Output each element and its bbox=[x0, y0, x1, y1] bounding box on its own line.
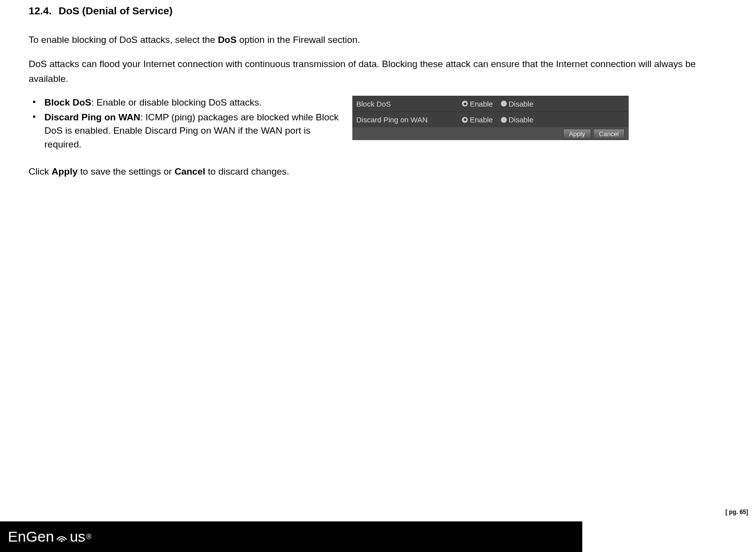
intro-paragraph: To enable blocking of DoS attacks, selec… bbox=[29, 33, 731, 47]
settings-panel-screenshot: Block DoS Enable Disable Discard Ping on… bbox=[352, 96, 629, 140]
description-paragraph: DoS attacks can flood your Internet conn… bbox=[29, 57, 731, 86]
radio-disable[interactable]: Disable bbox=[501, 115, 533, 124]
bullet-term: Discard Ping on WAN bbox=[44, 112, 140, 122]
radio-group-block-dos: Enable Disable bbox=[462, 100, 533, 108]
list-item: Discard Ping on WAN: ICMP (ping) package… bbox=[43, 110, 342, 151]
radio-enable[interactable]: Enable bbox=[462, 100, 493, 108]
section-heading: 12.4.DoS (Denial of Service) bbox=[29, 5, 731, 17]
radio-enable[interactable]: Enable bbox=[462, 115, 493, 124]
left-column: Block DoS: Enable or disable blocking Do… bbox=[29, 96, 342, 188]
radio-icon bbox=[501, 101, 507, 107]
radio-disable[interactable]: Disable bbox=[501, 100, 533, 108]
settings-row-discard-ping: Discard Ping on WAN Enable Disable bbox=[352, 111, 629, 127]
list-item: Block DoS: Enable or disable blocking Do… bbox=[43, 96, 342, 110]
section-title: DoS (Denial of Service) bbox=[59, 5, 173, 16]
bullet-list: Block DoS: Enable or disable blocking Do… bbox=[29, 96, 342, 151]
bullet-text: : Enable or disable blocking DoS attacks… bbox=[91, 97, 262, 108]
engenius-logo: EnGen us ® bbox=[8, 528, 91, 545]
bullet-term: Block DoS bbox=[44, 97, 91, 108]
page-content: 12.4.DoS (Denial of Service) To enable b… bbox=[0, 0, 756, 188]
apply-button[interactable]: Apply bbox=[563, 129, 591, 139]
page-number: [ pg. 65] bbox=[725, 509, 748, 515]
page-footer: [ pg. 65] EnGen us ® bbox=[0, 521, 756, 552]
radio-icon bbox=[501, 117, 507, 123]
cancel-button[interactable]: Cancel bbox=[593, 129, 625, 139]
closing-paragraph: Click Apply to save the settings or Canc… bbox=[29, 164, 342, 179]
settings-label: Block DoS bbox=[356, 100, 462, 108]
radio-icon bbox=[462, 117, 468, 123]
registered-mark: ® bbox=[86, 533, 91, 541]
settings-label: Discard Ping on WAN bbox=[356, 115, 462, 124]
radio-icon bbox=[462, 101, 468, 107]
radio-group-discard-ping: Enable Disable bbox=[462, 115, 533, 124]
section-number: 12.4. bbox=[29, 5, 52, 17]
button-row: Apply Cancel bbox=[352, 127, 629, 140]
footer-bar: EnGen us ® bbox=[0, 521, 582, 552]
svg-point-0 bbox=[61, 540, 63, 542]
two-column-layout: Block DoS: Enable or disable blocking Do… bbox=[29, 96, 731, 188]
wifi-icon bbox=[55, 531, 69, 543]
settings-row-block-dos: Block DoS Enable Disable bbox=[352, 96, 629, 111]
